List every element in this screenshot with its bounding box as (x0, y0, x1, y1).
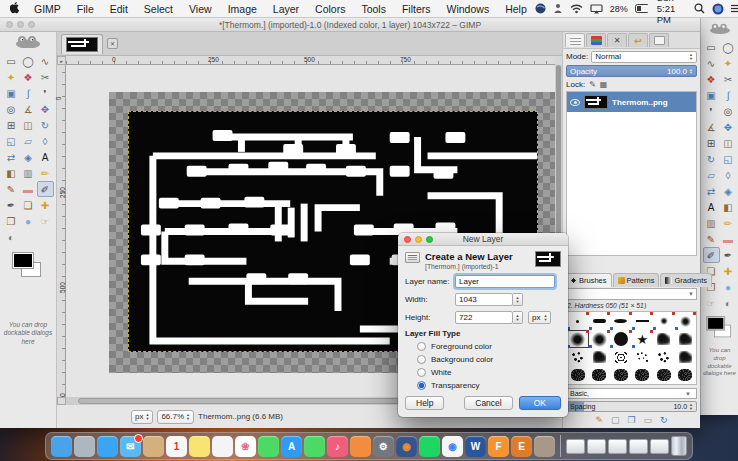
brush-cell[interactable] (610, 366, 632, 384)
layer-visibility-eye-icon[interactable] (570, 99, 580, 106)
window-close-button[interactable] (6, 21, 13, 28)
menubar-item-layer[interactable]: Layer (265, 0, 307, 18)
tool-button-scale[interactable]: ◱ (720, 151, 737, 167)
tool-button-text[interactable]: A (37, 149, 54, 165)
brush-cell[interactable] (653, 366, 675, 384)
brush-cell[interactable] (675, 330, 697, 348)
image-tab[interactable] (61, 34, 103, 54)
tool-button-smudge[interactable]: ☞ (37, 213, 54, 229)
menubar-item-gimp[interactable]: GIMP (26, 0, 69, 18)
dialog-titlebar[interactable]: New Layer (398, 233, 568, 246)
dock-tab-channels[interactable] (586, 33, 606, 47)
layer-mode-select[interactable]: Normal (591, 51, 697, 63)
tool-button-perspective[interactable]: ◊ (720, 167, 737, 183)
dock-app-chrome[interactable]: ◉ (442, 436, 463, 457)
tool-button-select-by-color[interactable]: ❖ (703, 71, 720, 87)
tool-button-color-picker[interactable]: ❜ (703, 103, 720, 119)
tool-button-bucket-fill[interactable]: ◧ (3, 165, 20, 181)
duplicate-brush-button[interactable]: ❐ (627, 415, 635, 425)
dock-app-firefox[interactable]: ◉ (396, 436, 417, 457)
opacity-spinner[interactable] (689, 68, 693, 75)
tool-button-gradient[interactable]: ▥ (20, 165, 37, 181)
brush-cell[interactable] (632, 330, 654, 348)
fill-option[interactable]: Background color (417, 355, 561, 364)
width-input[interactable] (455, 293, 513, 306)
tool-button-ellipse-select[interactable]: ◯ (20, 53, 37, 69)
tool-button-gradient[interactable]: ▥ (703, 215, 720, 231)
brushes-tab-Patterns[interactable]: Patterns (613, 273, 660, 287)
brush-cell[interactable] (567, 312, 589, 330)
lock-alpha-icon[interactable]: ▦ (600, 80, 608, 89)
tool-button-move[interactable]: ✥ (37, 101, 54, 117)
dock-app-contacts[interactable] (143, 436, 164, 457)
menubar-item-image[interactable]: Image (220, 0, 265, 18)
layer-name-input[interactable] (455, 275, 555, 288)
tool-button-move[interactable]: ✥ (720, 119, 737, 135)
brush-cell[interactable] (632, 366, 654, 384)
menubar-item-windows[interactable]: Windows (439, 0, 498, 18)
tool-button-rectangle-select[interactable]: ▭ (703, 39, 720, 55)
height-stepper[interactable] (513, 311, 523, 324)
tool-button-dodge-burn[interactable]: ◐ (720, 295, 737, 311)
dock-app-gimp[interactable] (534, 436, 555, 457)
spotlight-search-icon[interactable] (694, 2, 705, 15)
tool-button-flip[interactable]: ⇄ (703, 183, 720, 199)
refresh-brushes-button[interactable]: ↻ (660, 415, 668, 425)
minimized-window[interactable] (608, 439, 627, 454)
tool-button-perspective-clone[interactable]: ❐ (3, 213, 20, 229)
tool-button-heal[interactable]: ✚ (37, 197, 54, 213)
menubar-item-file[interactable]: File (69, 0, 102, 18)
tool-button-shear[interactable]: ▱ (703, 167, 720, 183)
tool-button-scissors-select[interactable]: ✂ (37, 69, 54, 85)
tool-button-paintbrush[interactable]: ✎ (3, 181, 20, 197)
dock-app-safari[interactable] (97, 436, 118, 457)
tool-button-free-select[interactable]: ∿ (37, 53, 54, 69)
brush-cell[interactable] (589, 348, 611, 366)
dock-app-finder[interactable] (51, 436, 72, 457)
fill-option[interactable]: White (417, 368, 561, 377)
height-input[interactable] (455, 311, 513, 324)
help-button[interactable]: Help (405, 396, 444, 410)
spacing-slider[interactable]: Spacing 10.0 (566, 401, 697, 412)
menubar-item-tools[interactable]: Tools (353, 0, 394, 18)
menubar-clock[interactable]: Sun 5:21 PM (655, 0, 688, 25)
notification-center-icon[interactable] (731, 2, 738, 15)
dock-app-reminders[interactable] (212, 436, 233, 457)
brush-cell[interactable] (653, 330, 675, 348)
dock-app-fusion-360[interactable]: F (488, 436, 509, 457)
brush-cell[interactable] (589, 366, 611, 384)
tool-button-flip[interactable]: ⇄ (3, 149, 20, 165)
spacing-spinner[interactable] (689, 403, 693, 410)
cancel-button[interactable]: Cancel (464, 396, 512, 410)
minimized-window[interactable] (587, 439, 606, 454)
layer-row[interactable]: Thermom..png (567, 92, 696, 112)
tool-button-eraser[interactable]: ▬ (20, 181, 37, 197)
tool-button-eraser[interactable]: ▬ (720, 231, 737, 247)
unit-spinner[interactable] (145, 413, 149, 420)
tool-button-ellipse-select[interactable]: ◯ (720, 39, 737, 55)
tool-button-scissors-select[interactable]: ✂ (720, 71, 737, 87)
menubar-item-help[interactable]: Help (497, 0, 535, 18)
window-minimize-button[interactable] (17, 21, 24, 28)
brush-cell[interactable] (632, 348, 654, 366)
ok-button[interactable]: OK (519, 396, 561, 410)
brush-cell[interactable] (589, 330, 611, 348)
menubar-item-select[interactable]: Select (136, 0, 181, 18)
brushes-tab-Brushes[interactable]: Brushes (565, 273, 612, 287)
tool-button-paths[interactable]: ∫ (20, 85, 37, 101)
tool-button-clone[interactable]: ❏ (20, 197, 37, 213)
apple-menu-icon[interactable] (8, 2, 22, 16)
brush-cell[interactable] (610, 312, 632, 330)
brush-cell[interactable] (567, 366, 589, 384)
brushes-tab-Gradients[interactable]: Gradients (660, 273, 712, 287)
tool-button-foreground-select[interactable]: ▣ (3, 85, 20, 101)
dock-tab-paths[interactable]: ✕ (607, 33, 627, 47)
tool-button-crop[interactable]: ◫ (720, 135, 737, 151)
brush-cell[interactable] (589, 312, 611, 330)
brush-cell[interactable] (675, 366, 697, 384)
foreground-color-swatch[interactable] (707, 317, 724, 330)
tool-button-airbrush[interactable]: ✐ (703, 247, 720, 263)
zoom-spinner[interactable] (186, 413, 190, 420)
tool-button-measure[interactable]: ∡ (703, 119, 720, 135)
tool-button-bucket-fill[interactable]: ◧ (720, 199, 737, 215)
